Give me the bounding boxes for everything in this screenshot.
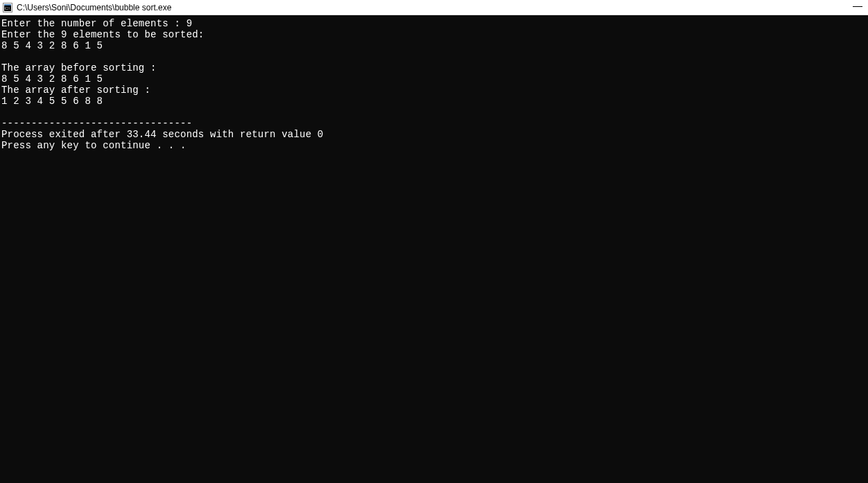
console-area[interactable]: Enter the number of elements : 9 Enter t… bbox=[0, 15, 868, 483]
window-controls: — bbox=[853, 1, 865, 15]
window-title: C:\Users\Soni\Documents\bubble sort.exe bbox=[17, 3, 853, 12]
minimize-button[interactable]: — bbox=[853, 1, 862, 15]
console-app-icon: C:\ bbox=[3, 3, 12, 12]
svg-text:C:\: C:\ bbox=[5, 6, 10, 10]
svg-rect-2 bbox=[4, 4, 11, 6]
console-output: Enter the number of elements : 9 Enter t… bbox=[1, 18, 867, 151]
title-bar: C:\ C:\Users\Soni\Documents\bubble sort.… bbox=[0, 0, 868, 15]
